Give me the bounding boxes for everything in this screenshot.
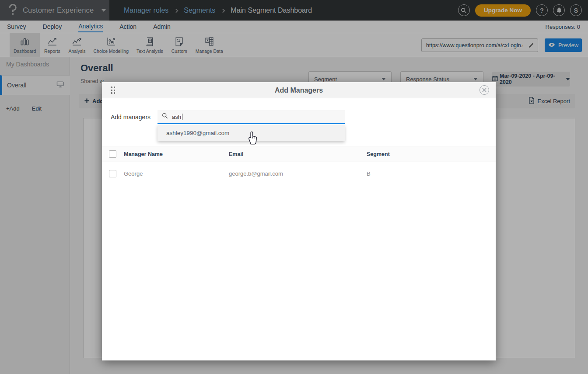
modal-title: Add Managers (102, 82, 496, 98)
add-managers-modal: Add Managers Add managers ashley1990@gma… (102, 82, 496, 360)
cell-email: george.b@gmail.com (229, 162, 283, 185)
text-cursor (182, 114, 182, 120)
table-row: George george.b@gmail.com B (102, 162, 496, 185)
cell-manager-name: George (124, 162, 143, 185)
column-header-email: Email (229, 146, 243, 162)
modal-header: Add Managers (102, 82, 496, 98)
add-managers-label: Add managers (111, 114, 150, 121)
hand-cursor (246, 130, 258, 147)
magnifier-icon (162, 113, 168, 121)
column-header-segment: Segment (367, 146, 390, 162)
cell-segment: B (367, 162, 371, 185)
select-all-checkbox[interactable] (109, 150, 116, 158)
row-checkbox[interactable] (109, 170, 116, 177)
managers-table-header: Manager Name Email Segment (102, 146, 496, 162)
manager-search-box (158, 110, 345, 124)
manager-search-input[interactable] (172, 114, 316, 120)
column-header-manager-name: Manager Name (124, 146, 163, 162)
close-icon[interactable] (480, 85, 489, 95)
app-root: Customer Experience Manager roles Segmen… (0, 0, 588, 374)
